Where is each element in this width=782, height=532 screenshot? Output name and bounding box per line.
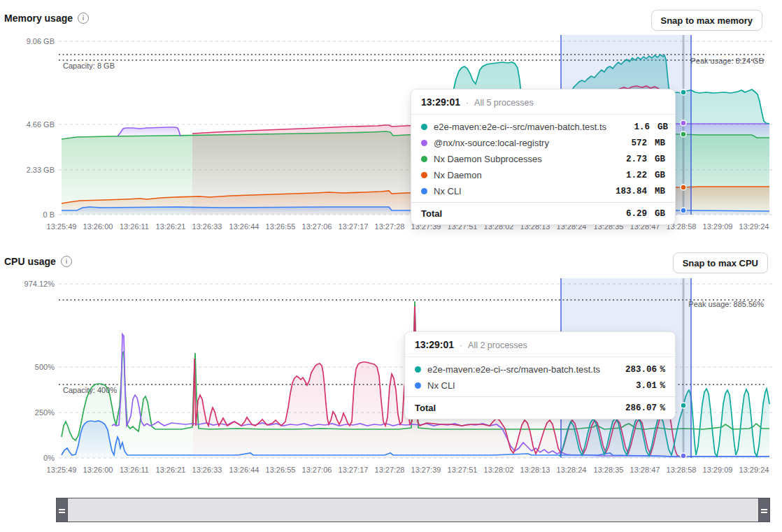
info-icon[interactable] bbox=[61, 256, 72, 267]
cpu-tooltip: 13:29:01 · All 2 processes e2e-maven:e2e… bbox=[404, 331, 676, 419]
series-name: Nx Daemon Subprocesses bbox=[434, 154, 604, 164]
total-value: 6.29 bbox=[604, 209, 647, 219]
cpu-y-axis: 974.12% 500% 250% 0% bbox=[24, 280, 55, 462]
series-value: 2.73 bbox=[604, 154, 647, 164]
tooltip-header: 13:29:01 · All 2 processes bbox=[405, 332, 675, 357]
x-tick-label: 13:29:09 bbox=[703, 466, 733, 474]
total-unit: % bbox=[657, 403, 665, 413]
y-tick-label: 500% bbox=[35, 363, 55, 371]
total-label: Total bbox=[415, 403, 613, 413]
x-tick-label: 13:28:35 bbox=[594, 466, 624, 474]
tooltip-time: 13:29:01 bbox=[415, 339, 454, 350]
x-tick-label: 13:26:55 bbox=[266, 222, 296, 231]
series-unit: GB bbox=[650, 122, 668, 132]
x-tick-label: 13:27:28 bbox=[375, 222, 405, 231]
memory-area-purple-bump bbox=[118, 127, 180, 136]
series-value: 183.84 bbox=[604, 187, 647, 196]
series-name: e2e-maven:e2e-ci--src/maven-batch.test.t… bbox=[427, 364, 613, 375]
x-tick-label: 13:27:39 bbox=[411, 466, 441, 474]
tooltip-total-row: Total 286.07 % bbox=[405, 396, 675, 419]
info-icon[interactable] bbox=[78, 13, 89, 24]
y-tick-label: 2.33 GB bbox=[27, 166, 55, 174]
tooltip-row: Nx Daemon 1.22 GB bbox=[411, 167, 675, 183]
series-unit: % bbox=[657, 381, 665, 391]
series-unit: GB bbox=[647, 171, 665, 180]
x-tick-label: 13:29:24 bbox=[739, 466, 769, 474]
x-tick-label: 13:27:06 bbox=[302, 222, 332, 231]
brush-track[interactable] bbox=[67, 498, 759, 522]
series-name: Nx Daemon bbox=[434, 170, 604, 180]
series-name: @nx/nx-source:local-registry bbox=[434, 138, 604, 148]
cpu-section-header: CPU usage bbox=[4, 256, 72, 267]
tooltip-rows: e2e-maven:e2e-ci--src/maven-batch.test.t… bbox=[405, 357, 675, 396]
series-dot bbox=[421, 188, 427, 194]
x-tick-label: 13:27:17 bbox=[339, 222, 369, 231]
tooltip-row: Nx CLI 3.01 % bbox=[405, 378, 675, 394]
x-tick-label: 13:26:33 bbox=[192, 466, 222, 474]
x-tick-label: 13:26:21 bbox=[156, 222, 186, 231]
tooltip-subtitle: All 5 processes bbox=[474, 98, 534, 108]
timeline-brush[interactable] bbox=[56, 498, 770, 522]
x-tick-label: 13:28:58 bbox=[667, 466, 697, 474]
series-dot bbox=[421, 140, 427, 146]
tooltip-total-row: Total 6.29 GB bbox=[411, 202, 675, 224]
cpu-capacity-label: Capacity: 400% bbox=[63, 386, 117, 394]
x-tick-label: 13:27:06 bbox=[302, 466, 332, 474]
dot-separator: · bbox=[466, 98, 469, 108]
series-unit: GB bbox=[647, 154, 665, 164]
memory-title: Memory usage bbox=[4, 13, 73, 24]
series-value: 3.01 bbox=[613, 381, 657, 391]
x-tick-label: 13:26:00 bbox=[83, 222, 113, 231]
x-tick-label: 13:28:02 bbox=[484, 466, 514, 474]
total-label: Total bbox=[421, 208, 604, 219]
series-value: 572 bbox=[604, 138, 647, 148]
series-value: 1.22 bbox=[604, 171, 647, 180]
x-tick-label: 13:29:09 bbox=[703, 222, 733, 231]
series-dot bbox=[421, 172, 427, 178]
tooltip-header: 13:29:01 · All 5 processes bbox=[411, 89, 675, 115]
tooltip-row: Nx Daemon Subprocesses 2.73 GB bbox=[411, 151, 675, 167]
memory-y-axis: 9.06 GB 4.66 GB 2.33 GB 0 B bbox=[27, 37, 55, 219]
snap-to-max-memory-button[interactable]: Snap to max memory bbox=[651, 10, 763, 31]
tooltip-row: e2e-maven:e2e-ci--src/maven-batch.test.t… bbox=[405, 361, 675, 378]
x-tick-label: 13:27:17 bbox=[339, 466, 369, 474]
y-tick-label: 0 B bbox=[43, 210, 55, 219]
y-tick-label: 9.06 GB bbox=[27, 37, 55, 45]
memory-section-header: Memory usage bbox=[4, 13, 89, 24]
x-tick-label: 13:28:13 bbox=[520, 466, 550, 474]
x-tick-label: 13:26:33 bbox=[192, 222, 222, 231]
x-tick-label: 13:26:55 bbox=[266, 466, 296, 474]
cpu-x-axis: 13:25:49 13:26:00 13:26:11 13:26:21 13:2… bbox=[47, 466, 769, 474]
y-tick-label: 4.66 GB bbox=[27, 120, 55, 129]
y-tick-label: 974.12% bbox=[24, 280, 55, 288]
brush-left-handle[interactable] bbox=[57, 498, 67, 522]
profiler-page: Memory usage Snap to max memory bbox=[0, 0, 782, 532]
x-tick-label: 13:26:00 bbox=[83, 466, 113, 474]
series-name: e2e-maven:e2e-ci--src/maven-batch.test.t… bbox=[434, 122, 606, 132]
series-dot bbox=[415, 382, 421, 389]
snap-to-max-cpu-button[interactable]: Snap to max CPU bbox=[673, 252, 768, 273]
series-dot bbox=[421, 124, 427, 130]
total-unit: GB bbox=[647, 209, 665, 219]
tooltip-row: Nx CLI 183.84 MB bbox=[411, 183, 675, 199]
tooltip-subtitle: All 2 processes bbox=[468, 340, 527, 350]
series-unit: % bbox=[657, 365, 665, 375]
series-unit: MB bbox=[647, 187, 665, 196]
y-tick-label: 250% bbox=[35, 408, 55, 417]
x-tick-label: 13:28:24 bbox=[557, 466, 587, 474]
y-tick-label: 0% bbox=[43, 454, 55, 462]
tooltip-time: 13:29:01 bbox=[421, 96, 460, 108]
total-value: 286.07 bbox=[613, 403, 657, 413]
x-tick-label: 13:25:49 bbox=[47, 466, 77, 474]
x-tick-label: 13:29:24 bbox=[739, 222, 769, 231]
x-tick-label: 13:27:28 bbox=[375, 466, 405, 474]
tooltip-row: @nx/nx-source:local-registry 572 MB bbox=[411, 135, 675, 151]
memory-tooltip: 13:29:01 · All 5 processes e2e-maven:e2e… bbox=[411, 89, 676, 225]
x-tick-label: 13:25:49 bbox=[47, 222, 77, 231]
memory-capacity-label: Capacity: 8 GB bbox=[63, 62, 115, 70]
brush-right-handle[interactable] bbox=[759, 498, 769, 522]
series-name: Nx CLI bbox=[434, 186, 604, 196]
x-tick-label: 13:26:44 bbox=[229, 466, 260, 474]
series-value: 283.06 bbox=[613, 365, 657, 375]
series-value: 1.6 bbox=[606, 122, 650, 132]
